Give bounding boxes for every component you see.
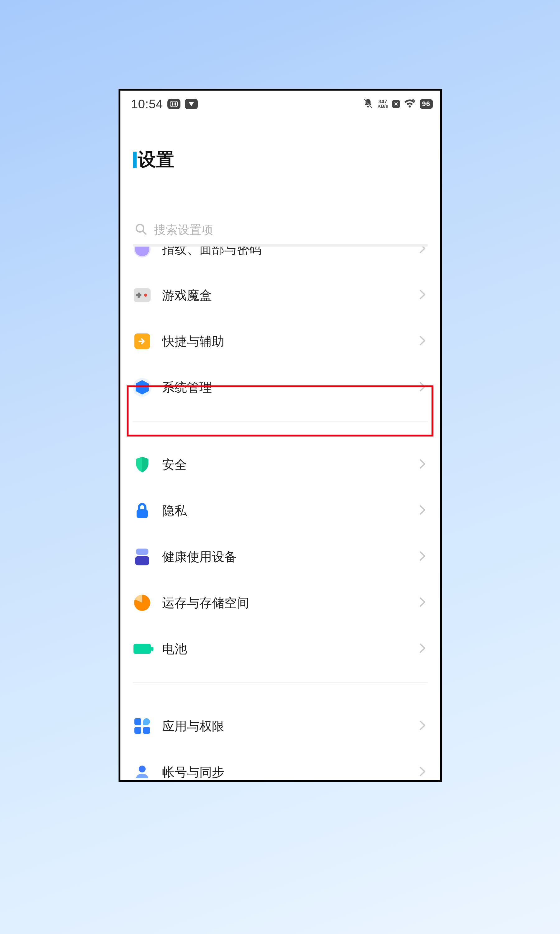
row-label: 系统管理 [162,379,408,396]
status-right: 347 KB/s ✕ ! 96 [363,98,433,110]
row-label: 快捷与辅助 [162,333,408,350]
row-label: 电池 [162,640,408,658]
row-gamebox[interactable]: 游戏魔盒 [120,272,440,318]
row-system[interactable]: 系统管理 [120,364,440,410]
chevron-right-icon [419,381,426,393]
row-label: 游戏魔盒 [162,287,408,304]
page-title: 设置 [138,148,175,172]
network-speed: 347 KB/s [377,100,388,108]
settings-list[interactable]: 指纹、面部与密码 游戏魔盒 快捷与辅助 [120,247,440,778]
svg-text:!: ! [412,100,414,102]
svg-point-13 [139,766,146,772]
chevron-right-icon [419,247,426,255]
health-icon [133,547,152,566]
chevron-right-icon [419,289,426,301]
account-icon [133,763,152,778]
wifi-icon: ! [404,99,415,109]
svg-rect-0 [170,101,178,107]
svg-line-10 [143,231,146,234]
search-wrap: 搜索设置项 [120,172,440,247]
svg-rect-1 [172,102,173,106]
row-security[interactable]: 安全 [120,441,440,487]
phone-frame: 10:54 347 KB/s ✕ [118,89,442,782]
status-time: 10:54 [131,97,163,111]
search-input[interactable]: 搜索设置项 [133,219,428,247]
chevron-right-icon [419,459,426,470]
svg-marker-11 [135,380,149,395]
row-privacy[interactable]: 隐私 [120,487,440,533]
battery-icon [133,640,152,658]
row-apps[interactable]: 应用与权限 [120,703,440,749]
row-shortcut[interactable]: 快捷与辅助 [120,318,440,364]
svg-point-6 [408,106,411,108]
chevron-right-icon [419,643,426,655]
shield-icon [133,455,152,474]
row-account[interactable]: 帐号与同步 [120,749,440,778]
shortcut-icon [133,332,152,351]
svg-rect-2 [175,102,176,106]
row-label: 隐私 [162,502,408,519]
search-placeholder: 搜索设置项 [154,222,213,238]
lock-icon [133,501,152,520]
row-label: 应用与权限 [162,718,408,735]
no-sim-icon: ✕ [392,100,400,108]
status-bar: 10:54 347 KB/s ✕ [120,91,440,117]
chevron-right-icon [419,335,426,347]
page-header: 设置 [120,117,440,172]
row-health[interactable]: 健康使用设备 [120,533,440,580]
svg-rect-3 [367,106,369,108]
row-battery[interactable]: 电池 [120,626,440,672]
row-label: 安全 [162,456,408,473]
storage-icon [133,593,152,612]
row-label: 运存与存储空间 [162,594,408,612]
status-left: 10:54 [131,97,198,111]
row-label: 健康使用设备 [162,548,408,566]
section-divider [133,421,428,422]
title-accent [133,152,137,168]
status-app-icon-1 [168,99,180,109]
apps-icon [133,717,152,735]
chevron-right-icon [419,597,426,609]
fingerprint-icon [133,247,152,258]
row-label: 帐号与同步 [162,764,408,778]
chevron-right-icon [419,505,426,516]
row-label: 指纹、面部与密码 [162,247,408,258]
chevron-right-icon [419,551,426,563]
mute-icon [363,98,373,110]
network-unit: KB/s [377,104,388,108]
search-icon [135,223,147,237]
chevron-right-icon [419,720,426,732]
gamepad-icon [133,286,152,305]
chevron-right-icon [419,766,426,778]
svg-rect-12 [137,509,148,518]
section-divider [133,683,428,683]
system-icon [133,378,152,397]
row-biometrics[interactable]: 指纹、面部与密码 [120,247,440,272]
battery-level: 96 [420,99,433,109]
status-app-icon-2 [185,99,198,109]
svg-point-9 [136,225,144,232]
row-storage[interactable]: 运存与存储空间 [120,580,440,626]
